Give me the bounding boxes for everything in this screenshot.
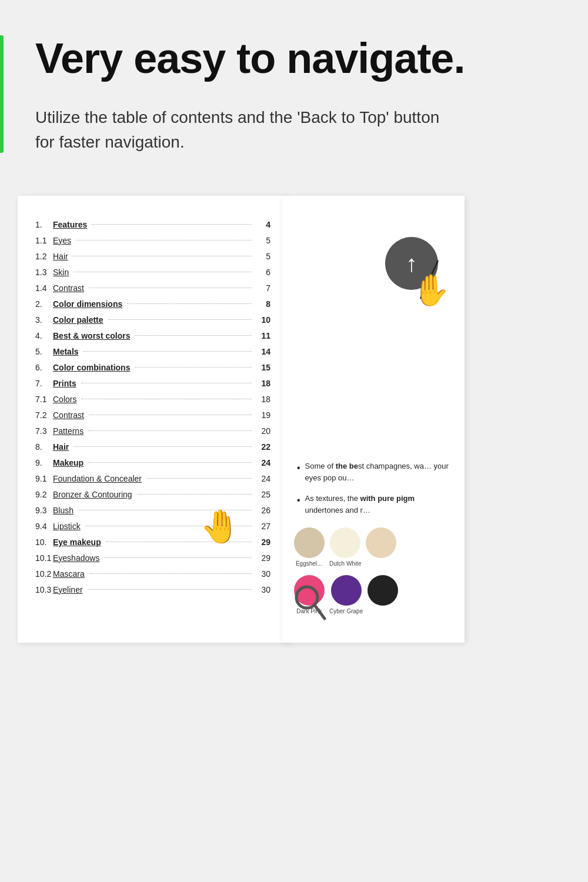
toc-row[interactable]: 9.Makeup24 xyxy=(35,455,270,470)
toc-dots xyxy=(88,462,252,463)
bullet-dot-icon-2: • xyxy=(297,493,300,516)
toc-title[interactable]: Hair xyxy=(53,252,68,261)
bullet-text-1: Some of the best champagnes, wa… your ey… xyxy=(305,460,450,483)
toc-row[interactable]: 7.Prints18 xyxy=(35,375,270,391)
toc-row[interactable]: 1.Features4 xyxy=(35,216,270,232)
swatch-label: Dutch White xyxy=(329,560,361,567)
toc-title[interactable]: Eyeliner xyxy=(53,585,83,594)
toc-dots xyxy=(83,351,252,352)
toc-dots xyxy=(135,335,252,336)
toc-row[interactable]: 3.Color palette10 xyxy=(35,312,270,328)
toc-title[interactable]: Hair xyxy=(53,442,69,452)
toc-title[interactable]: Makeup xyxy=(53,458,83,467)
toc-row[interactable]: 1.3Skin6 xyxy=(35,264,270,280)
toc-page: 14 xyxy=(256,347,270,356)
swatch-label: Eggshel… xyxy=(296,560,323,567)
toc-row[interactable]: 4.Best & worst colors11 xyxy=(35,328,270,343)
toc-number: 10.2 xyxy=(35,569,52,579)
toc-dots xyxy=(135,367,252,368)
toc-title[interactable]: Color palette xyxy=(53,315,103,325)
toc-row[interactable]: 2.Color dimensions8 xyxy=(35,296,270,312)
toc-number: 8. xyxy=(35,442,52,452)
toc-row[interactable]: 5.Metals14 xyxy=(35,343,270,359)
toc-number: 7.2 xyxy=(35,410,52,420)
toc-row[interactable]: 10.2Mascara30 xyxy=(35,566,270,582)
toc-number: 9. xyxy=(35,458,52,467)
toc-title[interactable]: Lipstick xyxy=(53,522,81,531)
toc-title[interactable]: Metals xyxy=(53,347,79,356)
toc-dots xyxy=(88,589,252,590)
toc-dots xyxy=(74,446,252,447)
toc-row[interactable]: 1.4Contrast7 xyxy=(35,280,270,296)
toc-number: 7.3 xyxy=(35,426,52,436)
toc-panel: 1.Features41.1Eyes51.2Hair51.3Skin61.4Co… xyxy=(18,196,288,643)
toc-row[interactable]: 9.2Bronzer & Contouring25 xyxy=(35,486,270,502)
toc-page: 27 xyxy=(256,522,270,531)
color-swatch xyxy=(330,527,360,558)
toc-title[interactable]: Eye makeup xyxy=(53,537,101,547)
toc-title[interactable]: Mascara xyxy=(53,569,85,579)
toc-dots xyxy=(76,240,252,240)
hand-cursor-icon: 🤚 xyxy=(412,272,450,308)
svg-line-2 xyxy=(315,605,325,619)
toc-number: 1.2 xyxy=(35,252,52,261)
toc-page: 19 xyxy=(256,410,270,420)
color-swatch xyxy=(331,575,362,606)
swatch-item xyxy=(366,527,396,567)
toc-title[interactable]: Eyeshadows xyxy=(53,553,99,563)
toc-number: 9.3 xyxy=(35,506,52,515)
toc-row[interactable]: 1.1Eyes5 xyxy=(35,232,270,248)
toc-page: 18 xyxy=(256,379,270,388)
toc-page: 18 xyxy=(256,395,270,404)
toc-page: 7 xyxy=(256,283,270,293)
toc-title[interactable]: Color dimensions xyxy=(53,299,122,309)
swatch-item: Dutch White xyxy=(329,527,361,567)
toc-title[interactable]: Contrast xyxy=(53,283,84,293)
toc-title[interactable]: Eyes xyxy=(53,236,71,245)
toc-page: 24 xyxy=(256,458,270,467)
toc-title[interactable]: Contrast xyxy=(53,410,84,420)
toc-title[interactable]: Best & worst colors xyxy=(53,331,130,340)
toc-dots xyxy=(146,478,252,479)
color-swatch xyxy=(366,527,396,558)
toc-title[interactable]: Skin xyxy=(53,268,69,277)
toc-page: 26 xyxy=(256,506,270,515)
toc-number: 1.4 xyxy=(35,283,52,293)
toc-title[interactable]: Foundation & Concealer xyxy=(53,474,142,483)
main-title: Very easy to navigate. xyxy=(35,35,553,82)
toc-row[interactable]: 1.2Hair5 xyxy=(35,248,270,264)
toc-dots xyxy=(127,303,252,304)
toc-dots xyxy=(89,288,252,288)
toc-title[interactable]: Colors xyxy=(53,395,76,404)
toc-page: 29 xyxy=(256,553,270,563)
swatch-label: Cyber Grape xyxy=(329,608,363,614)
toc-row[interactable]: 8.Hair22 xyxy=(35,439,270,455)
toc-title[interactable]: Prints xyxy=(53,379,76,388)
toc-dots xyxy=(88,430,252,431)
toc-dots xyxy=(81,399,252,399)
swatch-row-1: Eggshel…Dutch White xyxy=(294,527,396,567)
toc-title[interactable]: Bronzer & Contouring xyxy=(53,490,132,499)
header-section: Very easy to navigate. Utilize the table… xyxy=(0,0,588,172)
toc-page: 11 xyxy=(256,331,270,340)
toc-page: 25 xyxy=(256,490,270,499)
toc-title[interactable]: Patterns xyxy=(53,426,83,436)
toc-row[interactable]: 6.Color combinations15 xyxy=(35,359,270,375)
toc-row[interactable]: 9.1Foundation & Concealer24 xyxy=(35,470,270,486)
toc-page: 5 xyxy=(256,236,270,245)
toc-page: 30 xyxy=(256,585,270,594)
toc-row[interactable]: 10.3Eyeliner30 xyxy=(35,582,270,597)
toc-title[interactable]: Color combinations xyxy=(53,363,130,372)
toc-row[interactable]: 7.1Colors18 xyxy=(35,391,270,407)
toc-row[interactable]: 10.1Eyeshadows29 xyxy=(35,550,270,566)
green-accent-bar xyxy=(0,35,4,153)
toc-row[interactable]: 7.2Contrast19 xyxy=(35,407,270,423)
toc-page: 22 xyxy=(256,442,270,452)
bullet-dot-icon: • xyxy=(297,461,300,483)
toc-page: 29 xyxy=(256,537,270,547)
color-swatch xyxy=(294,527,325,558)
toc-title[interactable]: Blush xyxy=(53,506,74,515)
toc-title[interactable]: Features xyxy=(53,220,87,229)
toc-number: 4. xyxy=(35,331,52,340)
toc-row[interactable]: 7.3Patterns20 xyxy=(35,423,270,439)
